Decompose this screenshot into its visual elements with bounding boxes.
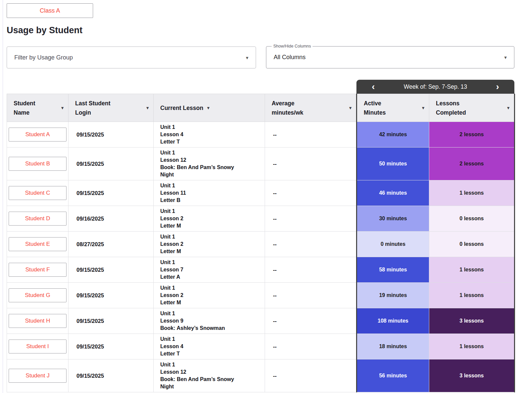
- sort-caret-icon[interactable]: ▾: [146, 105, 149, 110]
- lessons-completed-cell: 3 lessons: [429, 308, 515, 334]
- active-minutes-cell: 19 minutes: [357, 283, 429, 308]
- last-login-cell: 09/15/2025: [68, 308, 154, 334]
- week-label: Week of: Sep. 7-Sep. 13: [404, 83, 467, 90]
- current-lesson-cell: Unit 1 Lesson 11 Letter B: [154, 180, 265, 206]
- student-link[interactable]: Student J: [9, 369, 66, 383]
- column-header-average-minutes[interactable]: Average minutes/wk ▾: [265, 94, 357, 122]
- show-hide-columns-select[interactable]: Show/Hide Columns All Columns ▾: [266, 44, 514, 68]
- student-link[interactable]: Student A: [9, 128, 66, 142]
- avg-minutes-cell: --: [265, 257, 357, 283]
- current-lesson-cell: Unit 1 Lesson 12 Book: Ben And Pam’s Sno…: [154, 359, 265, 392]
- active-minutes-cell: 18 minutes: [357, 334, 429, 359]
- table-row: Student D 09/16/2025 Unit 1 Lesson 2 Let…: [7, 206, 515, 232]
- current-lesson-cell: Unit 1 Lesson 4 Letter T: [154, 334, 265, 359]
- table-row: Student C 09/15/2025 Unit 1 Lesson 11 Le…: [7, 180, 515, 206]
- sort-caret-icon[interactable]: ▾: [422, 105, 424, 110]
- usage-table: Student Name ▾ Last Student Login ▾ Curr…: [7, 94, 515, 392]
- avg-minutes-cell: --: [265, 147, 357, 180]
- usage-group-filter-placeholder: Filter by Usage Group: [14, 54, 73, 61]
- class-a-button[interactable]: Class A: [7, 3, 93, 18]
- current-lesson-cell: Unit 1 Lesson 2 Letter M: [154, 283, 265, 308]
- table-row: Student G 09/15/2025 Unit 1 Lesson 2 Let…: [7, 283, 515, 308]
- active-minutes-cell: 108 minutes: [357, 308, 429, 334]
- student-link[interactable]: Student B: [9, 157, 66, 171]
- avg-minutes-cell: --: [265, 180, 357, 206]
- active-minutes-cell: 56 minutes: [357, 359, 429, 392]
- table-header-row: Student Name ▾ Last Student Login ▾ Curr…: [7, 94, 515, 122]
- student-link[interactable]: Student E: [9, 237, 66, 251]
- last-login-cell: 09/15/2025: [68, 334, 154, 359]
- current-lesson-cell: Unit 1 Lesson 2 Letter M: [154, 232, 265, 257]
- table-row: Student H 09/15/2025 Unit 1 Lesson 9 Boo…: [7, 308, 515, 334]
- student-link[interactable]: Student I: [9, 340, 66, 353]
- active-minutes-cell: 42 minutes: [357, 122, 429, 147]
- avg-minutes-cell: --: [265, 232, 357, 257]
- avg-minutes-cell: --: [265, 206, 357, 232]
- lessons-completed-cell: 0 lessons: [429, 206, 515, 232]
- column-label: Student Name: [14, 99, 35, 117]
- last-login-cell: 09/15/2025: [68, 257, 154, 283]
- student-link[interactable]: Student G: [9, 288, 66, 302]
- active-minutes-cell: 58 minutes: [357, 257, 429, 283]
- show-hide-columns-label: Show/Hide Columns: [272, 44, 313, 49]
- lessons-completed-cell: 3 lessons: [429, 359, 515, 392]
- current-lesson-cell: Unit 1 Lesson 9 Book: Ashley’s Snowman: [154, 308, 265, 334]
- week-next-button[interactable]: ›: [496, 82, 499, 91]
- table-row: Student I 09/15/2025 Unit 1 Lesson 4 Let…: [7, 334, 515, 359]
- student-link[interactable]: Student F: [9, 263, 66, 277]
- lessons-completed-cell: 2 lessons: [429, 147, 515, 180]
- avg-minutes-cell: --: [265, 308, 357, 334]
- sort-caret-icon[interactable]: ▾: [207, 105, 209, 110]
- column-header-lessons-completed[interactable]: Lessons Completed ▾: [429, 94, 515, 122]
- filter-row: Filter by Usage Group ▾ Show/Hide Column…: [7, 44, 532, 68]
- table-row: Student A 09/15/2025 Unit 1 Lesson 4 Let…: [7, 122, 515, 147]
- current-lesson-cell: Unit 1 Lesson 12 Book: Ben And Pam’s Sno…: [154, 147, 265, 180]
- student-link[interactable]: Student C: [9, 186, 66, 200]
- usage-group-filter-select[interactable]: Filter by Usage Group ▾: [7, 47, 256, 68]
- sort-caret-icon[interactable]: ▾: [349, 105, 351, 110]
- lessons-completed-cell: 0 lessons: [429, 232, 515, 257]
- column-header-student-name[interactable]: Student Name ▾: [7, 94, 68, 122]
- column-label: Active Minutes: [364, 99, 386, 117]
- chevron-down-icon: ▾: [504, 55, 507, 60]
- column-label: Current Lesson: [160, 103, 203, 113]
- table-row: Student F 09/15/2025 Unit 1 Lesson 7 Let…: [7, 257, 515, 283]
- current-lesson-cell: Unit 1 Lesson 4 Letter T: [154, 122, 265, 147]
- lessons-completed-cell: 1 lessons: [429, 257, 515, 283]
- current-lesson-cell: Unit 1 Lesson 7 Letter A: [154, 257, 265, 283]
- avg-minutes-cell: --: [265, 359, 357, 392]
- last-login-cell: 09/15/2025: [68, 359, 154, 392]
- avg-minutes-cell: --: [265, 122, 357, 147]
- lessons-completed-cell: 1 lessons: [429, 180, 515, 206]
- last-login-cell: 09/16/2025: [68, 206, 154, 232]
- last-login-cell: 08/27/2025: [68, 232, 154, 257]
- column-label: Last Student Login: [75, 99, 110, 117]
- student-link[interactable]: Student D: [9, 212, 66, 226]
- week-prev-button[interactable]: ‹: [372, 82, 375, 91]
- table-row: Student E 08/27/2025 Unit 1 Lesson 2 Let…: [7, 232, 515, 257]
- column-label: Average minutes/wk: [272, 99, 303, 117]
- student-link[interactable]: Student H: [9, 314, 66, 328]
- column-header-active-minutes[interactable]: Active Minutes ▾: [357, 94, 429, 122]
- week-nav-bar: ‹ Week of: Sep. 7-Sep. 13 ›: [356, 80, 514, 94]
- chevron-down-icon: ▾: [246, 55, 248, 60]
- sort-caret-icon[interactable]: ▾: [507, 105, 509, 110]
- column-header-last-login[interactable]: Last Student Login ▾: [68, 94, 154, 122]
- show-hide-columns-value: All Columns: [274, 54, 306, 61]
- page-title: Usage by Student: [7, 25, 532, 36]
- active-minutes-cell: 46 minutes: [357, 180, 429, 206]
- column-header-current-lesson[interactable]: Current Lesson ▾: [154, 94, 265, 122]
- sort-caret-icon[interactable]: ▾: [61, 105, 64, 110]
- lessons-completed-cell: 2 lessons: [429, 122, 515, 147]
- page: Class A Usage by Student Filter by Usage…: [3, 0, 532, 393]
- lessons-completed-cell: 1 lessons: [429, 283, 515, 308]
- avg-minutes-cell: --: [265, 283, 357, 308]
- active-minutes-cell: 0 minutes: [357, 232, 429, 257]
- last-login-cell: 09/15/2025: [68, 283, 154, 308]
- last-login-cell: 09/15/2025: [68, 122, 154, 147]
- current-lesson-cell: Unit 1 Lesson 2 Letter M: [154, 206, 265, 232]
- last-login-cell: 09/15/2025: [68, 147, 154, 180]
- table-row: Student J 09/15/2025 Unit 1 Lesson 12 Bo…: [7, 359, 515, 392]
- last-login-cell: 09/15/2025: [68, 180, 154, 206]
- active-minutes-cell: 30 minutes: [357, 206, 429, 232]
